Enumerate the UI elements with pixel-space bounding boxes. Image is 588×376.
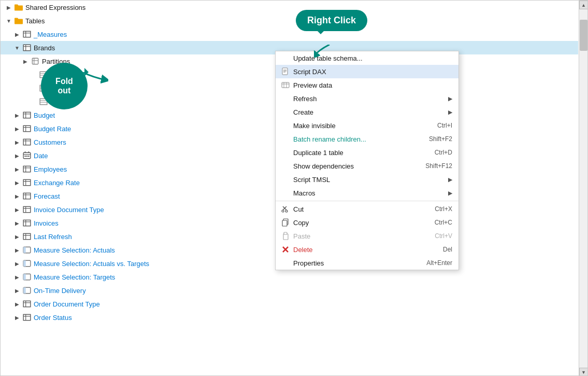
expander-order-doc-type[interactable]: ▶ (13, 300, 21, 308)
ctx-icon-copy (280, 218, 291, 227)
tree-label: Budget (34, 112, 55, 119)
expander-customers[interactable]: ▶ (13, 138, 21, 146)
ctx-refresh[interactable]: Refresh ▶ (276, 92, 458, 105)
svg-rect-29 (24, 156, 25, 157)
ctx-delete[interactable]: Delete Del (276, 243, 458, 256)
expander-order-status[interactable]: ▶ (13, 313, 21, 322)
ctx-arrow-refresh: ▶ (448, 95, 452, 102)
expander-on-time-delivery[interactable]: ▶ (13, 286, 21, 295)
table-icon-last-refresh (22, 232, 32, 241)
expander-budget[interactable]: ▶ (13, 111, 21, 119)
partition-icon (31, 57, 40, 66)
ctx-make-invisible[interactable]: Make invisible Ctrl+I (276, 119, 458, 132)
ctx-cut[interactable]: Cut Ctrl+X (276, 202, 458, 216)
ctx-shortcut-properties: Alt+Enter (426, 259, 452, 267)
ctx-create[interactable]: Create ▶ (276, 105, 458, 119)
ctx-label-cut: Cut (293, 205, 424, 213)
measure-icon-on-time (22, 286, 32, 295)
expander-tables[interactable]: ▼ (5, 17, 13, 25)
ctx-icon-cut (280, 205, 291, 213)
svg-rect-35 (23, 179, 31, 185)
ctx-label-script-dax: Script DAX (293, 68, 452, 76)
tree-label: Invoice Document Type (34, 206, 104, 214)
table-icon-measures (22, 30, 32, 39)
expander-date[interactable]: ▶ (13, 151, 21, 160)
scroll-down-button[interactable]: ▼ (579, 368, 588, 376)
ctx-label-preview-data: Preview data (293, 81, 452, 89)
svg-point-75 (285, 210, 288, 212)
tree-label: Budget Rate (34, 125, 71, 133)
ctx-shortcut-make-invisible: Ctrl+I (437, 122, 452, 129)
ctx-update-schema[interactable]: Update table schema... (276, 51, 458, 65)
callout-right-click: Right Click (296, 10, 367, 31)
ctx-shortcut-copy: Ctrl+C (435, 219, 452, 226)
ctx-icon-paste (280, 232, 291, 240)
expander-last-refresh[interactable]: ▶ (13, 232, 21, 241)
ctx-copy[interactable]: Copy Ctrl+C (276, 216, 458, 229)
scrollbar-track[interactable] (579, 9, 587, 368)
svg-point-74 (282, 210, 284, 212)
ctx-duplicate[interactable]: Duplicate 1 table Ctrl+D (276, 146, 458, 159)
tree-item-on-time-delivery[interactable]: ▶ On-Time Delivery (1, 284, 578, 297)
svg-rect-58 (23, 301, 31, 307)
ctx-preview-data[interactable]: Preview data (276, 78, 458, 92)
expander-measure-sel-targets[interactable]: ▶ (13, 273, 21, 281)
expander-exchange-rate[interactable]: ▶ (13, 178, 21, 187)
table-icon-brands (22, 43, 32, 52)
tree-label: Shared Expressions (25, 4, 85, 11)
expander-employees[interactable]: ▶ (13, 165, 21, 173)
table-icon-order-status (22, 313, 32, 322)
svg-rect-38 (23, 193, 31, 199)
svg-rect-30 (26, 156, 27, 157)
expander-measure-sel-actuals-vs[interactable]: ▶ (13, 259, 21, 268)
ctx-arrow-script-tmsl: ▶ (448, 176, 452, 183)
svg-rect-53 (23, 260, 26, 266)
ctx-icon-script-dax (280, 67, 291, 76)
ctx-show-dependencies[interactable]: Show dependencies Shift+F12 (276, 159, 458, 173)
scroll-up-button[interactable]: ▲ (579, 1, 588, 9)
expander-measures[interactable]: ▶ (13, 30, 21, 38)
ctx-label-script-tmsl: Script TMSL (293, 176, 448, 184)
folder-icon-tables (14, 16, 23, 25)
tree-label: Last Refresh (34, 233, 72, 241)
table-icon-budget (22, 110, 32, 120)
ctx-label-batch-rename: Batch rename children... (293, 135, 419, 143)
ctx-shortcut-batch-rename: Shift+F2 (429, 135, 452, 143)
expander-partitions[interactable]: ▶ (21, 57, 30, 65)
table-icon-order-doc-type (22, 299, 32, 309)
tree-item-measure-sel-targets[interactable]: ▶ Measure Selection: Targets (1, 270, 578, 284)
ctx-icon-delete (280, 245, 291, 254)
ctx-script-tmsl[interactable]: Script TMSL ▶ (276, 173, 458, 186)
expander-brands[interactable]: ▼ (13, 44, 21, 52)
expander-budget-rate[interactable]: ▶ (13, 124, 21, 133)
ctx-label-properties: Properties (293, 259, 416, 267)
svg-rect-77 (282, 220, 287, 226)
expander-measure-sel-actuals[interactable]: ▶ (13, 246, 21, 254)
svg-rect-78 (283, 234, 288, 240)
expander-invoice-doc-type[interactable]: ▶ (13, 205, 21, 214)
measure-icon-actuals (22, 245, 32, 255)
ctx-batch-rename[interactable]: Batch rename children... Shift+F2 (276, 132, 458, 146)
ctx-shortcut-delete: Del (443, 246, 452, 253)
scrollbar-thumb[interactable] (580, 20, 587, 51)
ctx-paste[interactable]: Paste Ctrl+V (276, 229, 458, 243)
tree-item-shared-expressions[interactable]: ▶ Shared Expressions (1, 1, 578, 14)
expander-shared-expressions[interactable]: ▶ (5, 3, 13, 11)
ctx-label-make-invisible: Make invisible (293, 122, 427, 130)
tree-item-order-status[interactable]: ▶ Order Status (1, 311, 578, 324)
ctx-macros[interactable]: Macros ▶ (276, 186, 458, 200)
tree-item-order-doc-type[interactable]: ▶ Order Document Type (1, 297, 578, 311)
tree-item-measures[interactable]: ▶ _Measures (1, 27, 578, 41)
expander-invoices[interactable]: ▶ (13, 219, 21, 227)
expander-forecast[interactable]: ▶ (13, 192, 21, 200)
ctx-properties[interactable]: Properties Alt+Enter (276, 256, 458, 270)
tree-label: On-Time Delivery (34, 287, 86, 295)
tree-label: Measure Selection: Actuals vs. Targets (34, 260, 149, 268)
svg-rect-44 (23, 220, 31, 226)
callout-fold-out: Fold out (41, 63, 88, 109)
svg-rect-55 (23, 274, 26, 280)
svg-rect-31 (28, 156, 29, 157)
tree-item-tables[interactable]: ▼ Tables (1, 14, 578, 27)
ctx-script-dax[interactable]: Script DAX (276, 65, 458, 78)
scrollbar[interactable]: ▲ ▼ (579, 1, 587, 376)
